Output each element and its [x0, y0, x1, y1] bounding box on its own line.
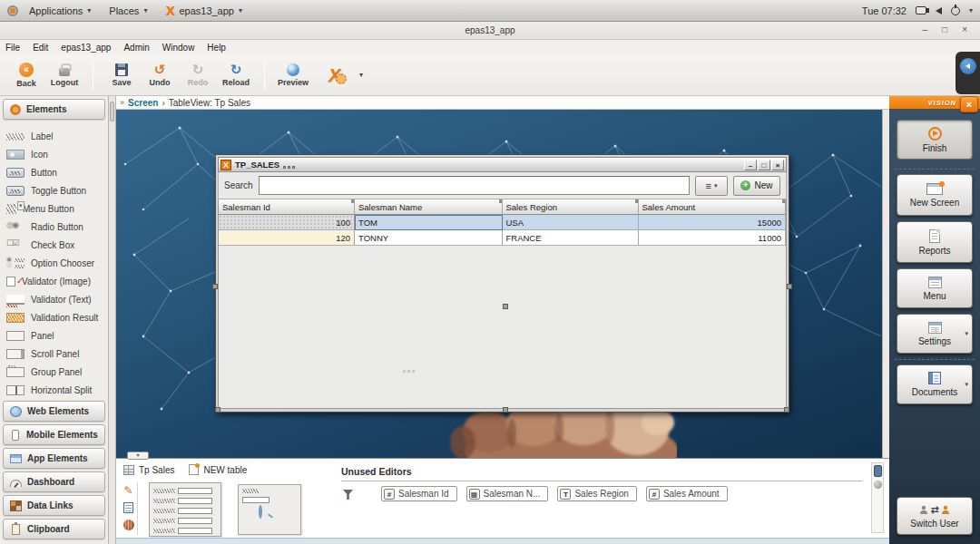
- sidebar-splitter[interactable]: [109, 96, 116, 544]
- resize-handle[interactable]: [503, 304, 508, 309]
- menu-button[interactable]: Menu: [897, 268, 973, 308]
- element-item-scroll-panel[interactable]: Scroll Panel: [6, 345, 108, 363]
- section-dashboard[interactable]: Dashboard: [3, 471, 105, 492]
- search-input[interactable]: [259, 176, 690, 195]
- tp-sales-window[interactable]: X TP_SALES – □ × Search ≡ ▾ + New: [215, 154, 789, 413]
- section-web-elements[interactable]: Web Elements: [3, 401, 105, 422]
- new-screen-button[interactable]: New Screen: [897, 174, 973, 216]
- element-item-menu-button[interactable]: Menu Button: [6, 199, 108, 218]
- undo-button[interactable]: ↺ Undo: [142, 56, 177, 94]
- documents-button[interactable]: Documents ▾: [897, 364, 973, 404]
- column-header-salesman-id[interactable]: Salesman Id: [219, 199, 355, 215]
- chevron-down-icon[interactable]: ▾: [969, 6, 973, 15]
- cell-salesman-id[interactable]: 100: [219, 215, 355, 230]
- cell-salesman-name[interactable]: TONNY: [355, 230, 503, 246]
- element-item-label[interactable]: Label: [6, 127, 108, 145]
- table-row[interactable]: 120 TONNY FRANCE 11000: [219, 230, 786, 246]
- editor-chip-salesman-id[interactable]: # Salesman Id: [381, 486, 457, 501]
- table-row[interactable]: 100 TOM USA 15000: [219, 215, 786, 230]
- tab-tp-sales[interactable]: Tp Sales: [123, 465, 174, 475]
- section-data-links[interactable]: Data Links: [3, 495, 105, 516]
- back-button[interactable]: « Back: [9, 56, 44, 94]
- new-record-button[interactable]: + New: [733, 176, 780, 196]
- chevron-down-icon[interactable]: ▾: [965, 381, 968, 388]
- resize-handle[interactable]: [787, 284, 792, 289]
- tp-sales-title-bar[interactable]: X TP_SALES – □ ×: [218, 157, 787, 172]
- app-indicator-menu[interactable]: X epas13_app ▾: [158, 4, 250, 18]
- menu-admin[interactable]: Admin: [123, 43, 149, 53]
- globe-icon[interactable]: [123, 520, 134, 530]
- column-header-sales-amount[interactable]: Sales Amount: [639, 199, 787, 215]
- tab-new-table[interactable]: NEW table: [189, 464, 247, 475]
- settings-button[interactable]: Settings ▾: [897, 314, 973, 354]
- element-item-validation-result[interactable]: Validation Result: [6, 308, 108, 326]
- form-icon[interactable]: [123, 502, 133, 513]
- filter-icon[interactable]: [343, 490, 353, 500]
- reports-button[interactable]: Reports: [897, 221, 973, 263]
- section-mobile-elements[interactable]: Mobile Elements: [3, 424, 105, 445]
- vision-close-button[interactable]: ×: [960, 96, 978, 112]
- tp-close-button[interactable]: ×: [771, 160, 784, 170]
- cell-sales-amount[interactable]: 15000: [639, 215, 787, 230]
- column-header-sales-region[interactable]: Sales Region: [503, 199, 639, 215]
- element-item-group-panel[interactable]: Group Panel: [6, 363, 108, 381]
- resize-handle[interactable]: [212, 284, 218, 289]
- resize-handle[interactable]: [503, 407, 508, 413]
- element-item-validator-text[interactable]: Validator (Text): [6, 290, 108, 308]
- power-icon[interactable]: [951, 6, 960, 15]
- panel-scrollbar[interactable]: [871, 462, 884, 533]
- display-icon[interactable]: [916, 6, 926, 15]
- form-layout-thumbnail[interactable]: [149, 482, 221, 537]
- tp-maximize-button[interactable]: □: [758, 160, 770, 170]
- panel-collapse-button[interactable]: ▾: [127, 452, 149, 460]
- editor-chip-sales-region[interactable]: T Sales Region: [557, 486, 636, 501]
- element-item-button[interactable]: Button: [6, 163, 108, 181]
- element-item-check-box[interactable]: Check Box: [6, 236, 108, 254]
- canvas-scrollbar[interactable]: [882, 110, 889, 458]
- element-item-validator-image[interactable]: Validator (Image): [6, 272, 108, 290]
- element-item-icon[interactable]: Icon: [6, 145, 108, 163]
- resize-handle[interactable]: [215, 407, 220, 413]
- logout-button[interactable]: Logout: [47, 56, 82, 94]
- toolbar-dropdown[interactable]: ▾: [359, 71, 363, 79]
- editor-chip-sales-amount[interactable]: # Sales Amount: [646, 486, 728, 501]
- elements-header[interactable]: Elements: [3, 99, 105, 120]
- editor-chip-salesman-name[interactable]: ▦ Salesman N...: [466, 486, 549, 501]
- table-menu-button[interactable]: ≡ ▾: [695, 176, 728, 196]
- cell-salesman-name[interactable]: TOM: [355, 215, 503, 230]
- tp-minimize-button[interactable]: –: [744, 160, 757, 170]
- distro-menu-icon[interactable]: [7, 5, 18, 16]
- cell-sales-region[interactable]: USA: [503, 215, 639, 230]
- save-button[interactable]: Save: [104, 56, 139, 94]
- pencil-icon[interactable]: ✎: [123, 486, 132, 496]
- element-item-toggle-button[interactable]: Toggle Button: [6, 181, 108, 199]
- column-header-salesman-name[interactable]: Salesman Name: [355, 199, 503, 215]
- minimize-button[interactable]: –: [923, 24, 928, 35]
- reload-button[interactable]: ↻ Reload: [219, 56, 253, 94]
- menu-app[interactable]: epas13_app: [61, 43, 111, 53]
- section-clipboard[interactable]: Clipboard: [3, 519, 105, 539]
- applications-menu[interactable]: Applications ▾: [22, 4, 98, 18]
- cell-salesman-id[interactable]: 120: [219, 230, 355, 246]
- speaker-icon[interactable]: [936, 7, 942, 15]
- element-item-radio-button[interactable]: Radio Button: [6, 218, 108, 236]
- menu-help[interactable]: Help: [207, 43, 226, 53]
- chevron-down-icon[interactable]: ▾: [965, 330, 968, 337]
- element-item-option-chooser[interactable]: Option Chooser: [6, 254, 108, 272]
- x-app-button[interactable]: X: [314, 56, 356, 94]
- scrollbar-thumb[interactable]: [874, 465, 882, 477]
- menu-window[interactable]: Window: [162, 43, 195, 53]
- resize-handle[interactable]: [784, 407, 789, 413]
- clock[interactable]: Tue 07:32: [862, 5, 906, 16]
- switch-user-button[interactable]: ⇄ Switch User: [897, 497, 973, 535]
- design-canvas[interactable]: X TP_SALES – □ × Search ≡ ▾ + New: [116, 110, 882, 458]
- element-item-horizontal-split[interactable]: Horizontal Split: [6, 381, 108, 399]
- menu-edit[interactable]: Edit: [33, 43, 48, 53]
- places-menu[interactable]: Places ▾: [102, 4, 154, 18]
- section-app-elements[interactable]: App Elements: [3, 448, 105, 469]
- preview-button[interactable]: Preview: [276, 56, 310, 94]
- finish-button[interactable]: Finish: [897, 120, 973, 160]
- cell-sales-region[interactable]: FRANCE: [503, 230, 639, 246]
- maximize-button[interactable]: □: [942, 24, 947, 35]
- close-button[interactable]: ×: [962, 24, 967, 35]
